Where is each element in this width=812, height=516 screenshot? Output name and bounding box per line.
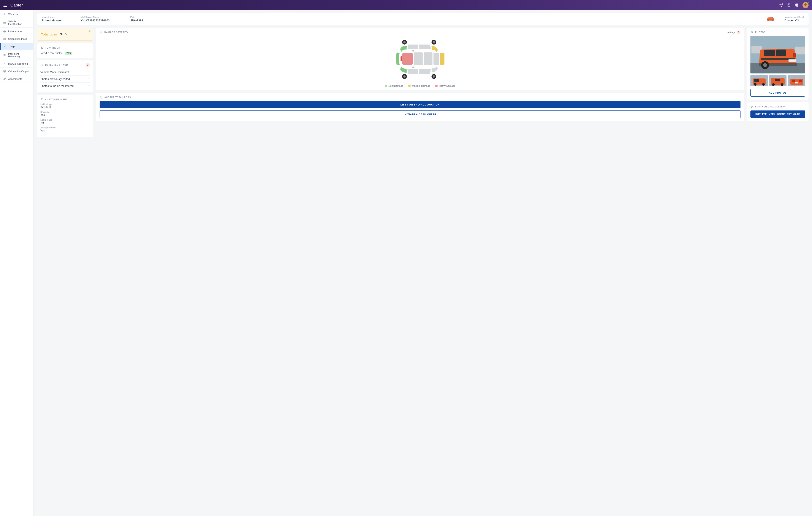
insured-value: Robert Maxwell bbox=[42, 19, 72, 22]
tools-icon bbox=[3, 62, 6, 65]
svg-rect-37 bbox=[414, 52, 423, 65]
sidebar-item-manual-capturing[interactable]: Manual Capturing bbox=[0, 60, 33, 67]
photo-thumbnail[interactable] bbox=[769, 75, 786, 86]
svg-rect-14 bbox=[771, 18, 772, 18]
svg-point-40 bbox=[412, 50, 414, 51]
sidebar-item-calc-output[interactable]: Calculation Output bbox=[0, 67, 33, 75]
svg-point-55 bbox=[763, 63, 767, 67]
topbar: Qapter bbox=[0, 0, 812, 10]
plate-label: Plate bbox=[130, 16, 161, 18]
list-salvage-auction-button[interactable]: LIST FOR SALVAGE AUCTION bbox=[99, 101, 741, 108]
sidebar-item-label: Vehicle Identification bbox=[8, 20, 30, 25]
svg-rect-19 bbox=[88, 30, 90, 32]
fraud-card: DETECTED FRAUD 3 Vehicle Model mismatch … bbox=[37, 60, 93, 92]
fraud-item-label: Photos previously edited bbox=[40, 78, 70, 81]
sidebar-item-label: Triage bbox=[8, 45, 15, 48]
fraud-count-badge: 3 bbox=[86, 63, 90, 66]
fraud-item-label: Vehicle Model mismatch bbox=[40, 71, 69, 74]
accept-total-loss-card: ACCEPT TOTAL LOSS LIST FOR SALVAGE AUCTI… bbox=[96, 93, 744, 121]
sidebar-item-labour-rates[interactable]: Labour rates bbox=[0, 28, 33, 35]
user-avatar[interactable] bbox=[803, 2, 809, 8]
further-title: FURTHER CALCULATION bbox=[755, 106, 786, 108]
brand-logo: Qapter bbox=[10, 3, 23, 7]
insured-label: Insured Name bbox=[42, 16, 72, 18]
sidebar-item-label: Attachments bbox=[8, 78, 22, 80]
chevron-down-icon bbox=[87, 77, 90, 81]
svg-rect-42 bbox=[401, 56, 402, 61]
document-icon bbox=[3, 37, 6, 40]
svg-point-17 bbox=[768, 20, 769, 21]
fraud-item[interactable]: Photos previously edited bbox=[40, 76, 90, 82]
svg-rect-3 bbox=[796, 6, 798, 7]
legend-heavy: Heavy Damage bbox=[435, 84, 455, 87]
photo-thumbnail[interactable] bbox=[788, 75, 805, 86]
initiate-intelligent-estimate-button[interactable]: INITIATE INTELLIGENT ESTIMATE bbox=[750, 110, 805, 118]
further-calculation-card: FURTHER CALCULATION INITIATE INTELLIGENT… bbox=[747, 102, 809, 121]
hamburger-menu-icon[interactable] bbox=[3, 4, 7, 7]
sidebar-item-triage[interactable]: Triage bbox=[0, 43, 33, 50]
photo-main[interactable] bbox=[750, 36, 805, 74]
sidebar-item-label: Intelligent Estimating bbox=[8, 53, 30, 58]
edit-icon[interactable] bbox=[88, 30, 91, 33]
fraud-item[interactable]: Photos found on the internet bbox=[40, 82, 90, 89]
car-icon bbox=[99, 31, 103, 34]
svg-rect-71 bbox=[792, 80, 795, 82]
tow-question: Need a tow truck? bbox=[40, 52, 62, 55]
info-bar: Insured Name Robert Maxwell VIN/Chassis … bbox=[37, 13, 809, 25]
sidebar-item-label: Calculation Input bbox=[8, 37, 27, 40]
tools-icon bbox=[750, 105, 753, 108]
tow-title: TOW TRUCK bbox=[45, 47, 60, 49]
svg-rect-60 bbox=[754, 79, 759, 82]
user-icon bbox=[40, 98, 44, 101]
fraud-item-label: Photos found on the internet bbox=[40, 84, 74, 87]
sidebar-item-vehicle-id[interactable]: Vehicle Identification bbox=[0, 18, 33, 28]
main-content: Insured Name Robert Maxwell VIN/Chassis … bbox=[33, 10, 812, 516]
sidebar-item-work-list[interactable]: Work List bbox=[0, 10, 33, 18]
svg-rect-38 bbox=[424, 52, 432, 65]
sidebar-item-intelligent-est[interactable]: Intelligent Estimating bbox=[0, 50, 33, 60]
airbags-label: Airbags bbox=[727, 31, 735, 34]
ci-label: Airbag deployed? bbox=[40, 127, 90, 129]
photo-thumbnail[interactable] bbox=[750, 75, 768, 86]
svg-point-21 bbox=[41, 48, 41, 49]
money-icon bbox=[3, 30, 6, 33]
send-icon[interactable] bbox=[779, 3, 783, 7]
sidebar-item-attachments[interactable]: Attachments bbox=[0, 75, 33, 83]
svg-rect-36 bbox=[402, 53, 413, 65]
svg-point-18 bbox=[772, 20, 773, 21]
sliders-icon bbox=[3, 54, 6, 57]
model-thumbnail bbox=[766, 16, 775, 22]
chevron-down-icon bbox=[87, 84, 90, 87]
tow-answer-badge: YES bbox=[65, 52, 72, 55]
add-photos-button[interactable]: ADD PHOTOS bbox=[750, 89, 805, 97]
svg-point-32 bbox=[403, 75, 406, 78]
svg-point-61 bbox=[754, 83, 756, 86]
sidebar-item-label: Manual Capturing bbox=[8, 62, 28, 65]
svg-rect-72 bbox=[799, 80, 802, 82]
svg-point-66 bbox=[772, 83, 775, 86]
tow-truck-icon bbox=[40, 46, 44, 49]
svg-rect-20 bbox=[41, 48, 42, 48]
svg-rect-35 bbox=[440, 53, 444, 65]
airbags-count-badge: 3 bbox=[736, 31, 741, 34]
shield-icon bbox=[40, 63, 44, 66]
total-loss-card: Total Loss 91% bbox=[37, 28, 93, 40]
image-icon bbox=[750, 31, 753, 34]
document-icon[interactable] bbox=[787, 3, 791, 7]
svg-rect-51 bbox=[776, 50, 786, 56]
customer-input-card: CUSTOMER INPUT Incident typeAccident Dri… bbox=[37, 95, 93, 137]
sidebar-item-calc-input[interactable]: Calculation Input bbox=[0, 35, 33, 43]
triage-icon bbox=[3, 45, 6, 48]
fraud-item[interactable]: Vehicle Model mismatch bbox=[40, 69, 90, 76]
ci-label: Incident type bbox=[40, 103, 90, 106]
print-icon[interactable] bbox=[795, 3, 799, 7]
initiate-cash-offer-button[interactable]: INITIATE A CASH OFFER bbox=[99, 110, 741, 118]
svg-point-34 bbox=[433, 75, 435, 78]
mm-value: Citroen C3 bbox=[785, 19, 804, 22]
sidebar-item-label: Calculation Output bbox=[8, 70, 29, 73]
svg-rect-65 bbox=[775, 79, 780, 81]
svg-point-41 bbox=[412, 66, 414, 68]
svg-rect-50 bbox=[764, 50, 775, 56]
damage-title: DAMAGE SEVERITY bbox=[104, 31, 128, 33]
svg-point-62 bbox=[762, 83, 765, 86]
